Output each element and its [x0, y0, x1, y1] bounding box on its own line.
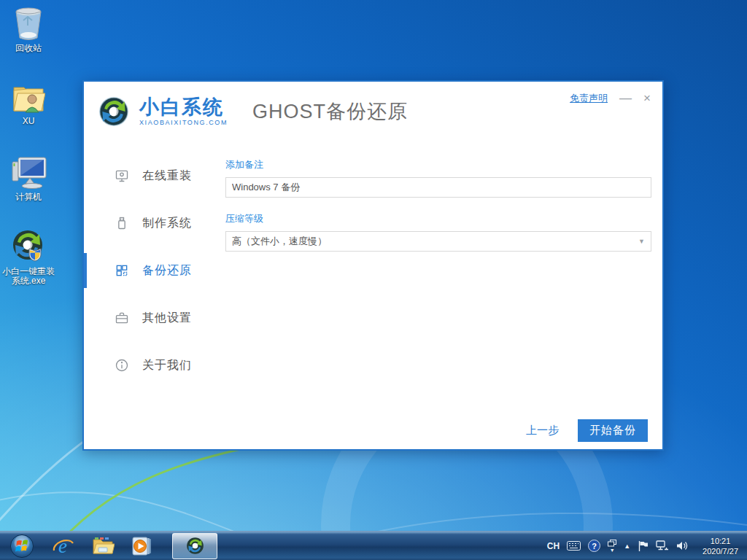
taskbar: e CH: [0, 531, 747, 560]
action-center-flag-icon[interactable]: [638, 540, 649, 552]
compress-level-label: 压缩等级: [225, 212, 651, 225]
desktop-icon-xiaobai-exe[interactable]: 小白一键重装 系统.exe: [0, 229, 57, 286]
compress-level-value: 高（文件小，速度慢）: [232, 235, 327, 248]
taskbar-xiaobai-app-active[interactable]: [172, 533, 217, 559]
monitor-icon: [115, 168, 129, 183]
language-bar-options-icon[interactable]: ▼: [608, 540, 616, 553]
clock-date: 2020/7/27: [703, 546, 738, 556]
desktop-icon-computer[interactable]: 计算机: [0, 155, 57, 202]
back-button[interactable]: 上一步: [526, 424, 559, 438]
svg-text:?: ?: [592, 542, 597, 551]
sidebar-item-other-settings[interactable]: 其他设置: [84, 300, 225, 335]
taskbar-ie-icon[interactable]: e: [44, 532, 83, 560]
note-input[interactable]: [225, 177, 651, 198]
user-folder-icon: [0, 79, 57, 114]
sidebar-item-online-reinstall[interactable]: 在线重装: [84, 158, 225, 193]
show-hidden-icons-button[interactable]: ▲: [624, 542, 630, 550]
clock-time: 10:21: [703, 536, 738, 546]
brand-name: 小白系统: [139, 97, 228, 117]
note-label: 添加备注: [225, 158, 651, 171]
taskbar-media-player-icon[interactable]: [123, 532, 162, 560]
xiaobai-sync-icon: [0, 229, 57, 264]
briefcase-icon: [115, 311, 129, 325]
network-icon[interactable]: [656, 540, 669, 551]
disclaimer-link[interactable]: 免责声明: [570, 92, 608, 105]
xiaobai-logo-icon: [97, 95, 131, 128]
taskbar-explorer-icon[interactable]: [83, 532, 123, 560]
sidebar: 在线重装 制作系统 备份还原: [84, 158, 225, 395]
desktop-icon-label: 小白一键重装 系统.exe: [0, 267, 57, 286]
info-icon: [115, 358, 129, 373]
language-indicator[interactable]: CH: [547, 541, 560, 551]
start-backup-button[interactable]: 开始备份: [578, 419, 648, 442]
desktop-icon-label: 回收站: [0, 44, 57, 53]
chevron-down-icon: ▼: [638, 238, 645, 245]
desktop-icon-user-folder[interactable]: XU: [0, 79, 57, 126]
system-tray: CH ? ▼ ▲: [543, 532, 747, 560]
computer-icon: [0, 155, 57, 190]
sidebar-item-make-system[interactable]: 制作系统: [84, 206, 225, 241]
brand-domain: XIAOBAIXITONG.COM: [139, 119, 228, 126]
keyboard-icon[interactable]: [567, 541, 581, 551]
minimize-button[interactable]: —: [619, 93, 632, 104]
page-title: GHOST备份还原: [252, 98, 408, 125]
usb-drive-icon: [115, 216, 129, 230]
window-header: 小白系统 XIAOBAIXITONG.COM GHOST备份还原: [97, 95, 408, 128]
desktop-icon-label: 计算机: [0, 192, 57, 202]
backup-grid-icon: [115, 263, 129, 278]
svg-text:e: e: [58, 535, 67, 557]
help-icon[interactable]: ?: [588, 540, 600, 552]
volume-icon[interactable]: [676, 540, 689, 551]
close-button[interactable]: ×: [643, 93, 651, 104]
start-button[interactable]: [0, 532, 44, 560]
recycle-bin-icon: [0, 6, 57, 41]
xiaobai-ghost-window: 免责声明 — × 小白系统 XIAOBAIXITONG.COM GHOST备份还…: [82, 80, 664, 451]
sidebar-item-about-us[interactable]: 关于我们: [84, 348, 225, 383]
compress-level-select[interactable]: 高（文件小，速度慢） ▼: [225, 231, 651, 252]
sidebar-item-backup-restore[interactable]: 备份还原: [84, 253, 225, 288]
backup-form: 添加备注 压缩等级 高（文件小，速度慢） ▼: [225, 158, 651, 252]
brand-block: 小白系统 XIAOBAIXITONG.COM: [139, 97, 228, 126]
desktop-icon-label: XU: [0, 117, 57, 126]
taskbar-clock[interactable]: 10:21 2020/7/27: [698, 536, 743, 556]
desktop-icon-recycle-bin[interactable]: 回收站: [0, 6, 57, 53]
